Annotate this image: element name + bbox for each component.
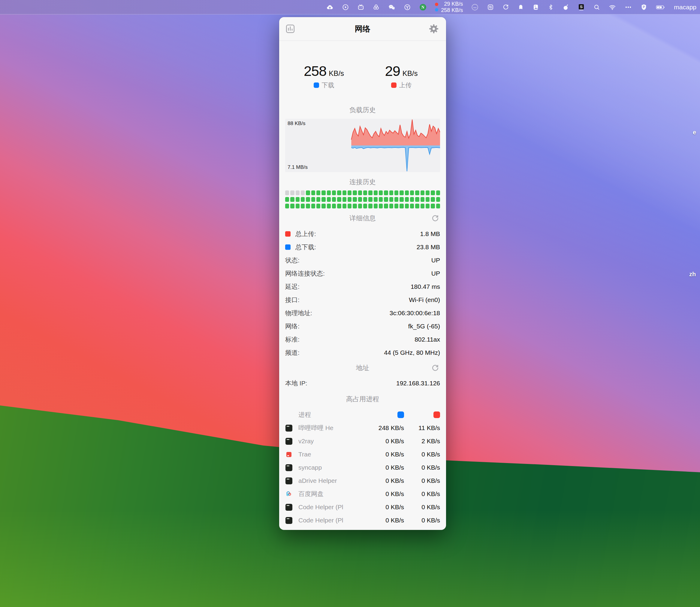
connection-cell-down: [285, 190, 289, 195]
detail-row: 频道:44 (5 GHz, 80 MHz): [285, 346, 440, 359]
connection-cell-up: [332, 190, 336, 195]
desktop-icon-label-clipped-1: e: [693, 129, 696, 136]
detail-row: 物理地址:3c:06:30:00:6e:18: [285, 307, 440, 320]
connection-cell-up: [363, 204, 367, 208]
address-rows: 本地 IP:192.168.31.126: [285, 377, 440, 390]
proxy-switch-icon[interactable]: [487, 0, 494, 14]
load-history-title: 负载历史: [285, 106, 440, 114]
connection-cell-up: [400, 204, 403, 208]
bomb-icon[interactable]: [562, 0, 569, 14]
cloud-upload-icon[interactable]: [326, 0, 334, 14]
battery-icon[interactable]: [656, 0, 665, 14]
detail-row: 总上传:1.8 MB: [285, 227, 440, 240]
process-download: 0 KB/s: [371, 504, 404, 511]
process-upload: 11 KB/s: [404, 424, 440, 432]
knot-icon[interactable]: [373, 0, 380, 14]
desktop-icon-label-clipped-2: zh: [689, 271, 696, 278]
connection-cell-up: [410, 197, 414, 202]
connection-cell-up: [358, 197, 362, 202]
bluetooth-icon[interactable]: [547, 0, 554, 14]
terminal-app-icon: [285, 425, 292, 432]
connection-cell-up: [389, 197, 393, 202]
process-download: 248 KB/s: [371, 424, 404, 432]
connection-cell-up: [342, 197, 346, 202]
connection-cell-up: [415, 197, 419, 202]
y-circle-icon[interactable]: [404, 0, 411, 14]
connection-cell-up: [311, 190, 315, 195]
popover-content: 258 KB/s 下载 29 KB/s 上传 负载历史: [279, 64, 446, 527]
connection-cell-up: [405, 190, 409, 195]
connection-cell-up: [358, 204, 362, 208]
wechat-icon[interactable]: [388, 0, 396, 14]
connection-cell-up: [321, 197, 325, 202]
process-row: aDrive Helper0 KB/s0 KB/s: [285, 474, 440, 487]
svg-text:P: P: [643, 5, 645, 8]
play-circle-icon[interactable]: [342, 0, 349, 14]
detail-row: 接口:Wi-Fi (en0): [285, 293, 440, 307]
address-refresh-button[interactable]: [431, 363, 440, 373]
refresh-icon[interactable]: [502, 0, 509, 14]
adobe-cc-icon[interactable]: [471, 0, 479, 14]
current-speeds: 258 KB/s 下载 29 KB/s 上传: [285, 64, 440, 89]
net-speed-dots: [435, 3, 438, 12]
connection-cell-up: [342, 204, 346, 208]
row-label: 总上传:: [295, 230, 316, 238]
upload-dot-icon: [435, 3, 438, 6]
terminal-app-icon: [285, 478, 292, 484]
connection-cell-up: [363, 197, 367, 202]
popover-title: 网络: [279, 17, 446, 41]
connection-cell-up: [353, 190, 357, 195]
menu-right-text[interactable]: macapp: [674, 4, 696, 11]
chart-max-label: 88 KB/s: [287, 121, 305, 127]
process-name: aDrive Helper: [298, 477, 337, 484]
process-name: v2ray: [298, 438, 314, 445]
net-speed-text: 29 KB/s 258 KB/s: [441, 1, 463, 13]
wifi-icon[interactable]: [608, 0, 616, 14]
connection-cell-up: [405, 197, 409, 202]
load-history-chart-svg: [285, 119, 440, 172]
ellipsis-icon[interactable]: [624, 0, 632, 14]
process-name: 百度网盘: [298, 490, 324, 498]
process-row: 百度网盘0 KB/s0 KB/s: [285, 487, 440, 501]
download-dot-icon: [435, 8, 438, 12]
connection-cell-up: [431, 204, 435, 208]
connection-cell-up: [347, 204, 352, 208]
connection-cell-up: [384, 197, 388, 202]
process-row: v2ray0 KB/s2 KB/s: [285, 435, 440, 448]
connection-cell-up: [342, 190, 346, 195]
photos-icon[interactable]: [532, 0, 539, 14]
ghost-icon[interactable]: [518, 0, 524, 14]
connection-cell-down: [290, 190, 294, 195]
svg-text:N: N: [421, 5, 424, 9]
tv-icon[interactable]: [357, 0, 364, 14]
connection-cell-up: [306, 204, 310, 208]
search-icon[interactable]: [593, 0, 600, 14]
p-shield-icon[interactable]: P: [640, 0, 647, 14]
gear-icon[interactable]: [428, 23, 439, 35]
download-legend-square: [314, 82, 319, 88]
row-value: UP: [431, 257, 440, 264]
connection-cell-up: [395, 190, 398, 195]
connection-cell-up: [379, 204, 383, 208]
process-name: Code Helper (Pl: [298, 517, 343, 524]
process-download: 0 KB/s: [371, 464, 404, 471]
process-name: 哔哩哔哩 He: [298, 424, 334, 432]
process-upload: 0 KB/s: [404, 517, 440, 524]
connection-cell-up: [332, 197, 336, 202]
connection-cell-up: [337, 190, 341, 195]
detail-row: 总下载:23.8 MB: [285, 240, 440, 254]
menu-bar: N 29 KB/s 258 KB/s S: [0, 0, 700, 14]
details-refresh-button[interactable]: [431, 213, 440, 223]
notion-n-icon[interactable]: N: [419, 0, 427, 14]
snipaste-s-icon[interactable]: S: [578, 0, 585, 14]
row-label: 本地 IP:: [285, 379, 307, 388]
process-upload: 2 KB/s: [404, 438, 440, 445]
menu-net-speed[interactable]: 29 KB/s 258 KB/s: [435, 0, 463, 14]
connection-row: [285, 204, 440, 208]
popover-header: 网络: [279, 17, 446, 41]
process-download: 0 KB/s: [371, 490, 404, 498]
connection-cell-up: [290, 197, 294, 202]
row-value: 3c:06:30:00:6e:18: [389, 310, 440, 317]
connection-cell-up: [421, 204, 424, 208]
download-label: 下载: [322, 81, 334, 89]
